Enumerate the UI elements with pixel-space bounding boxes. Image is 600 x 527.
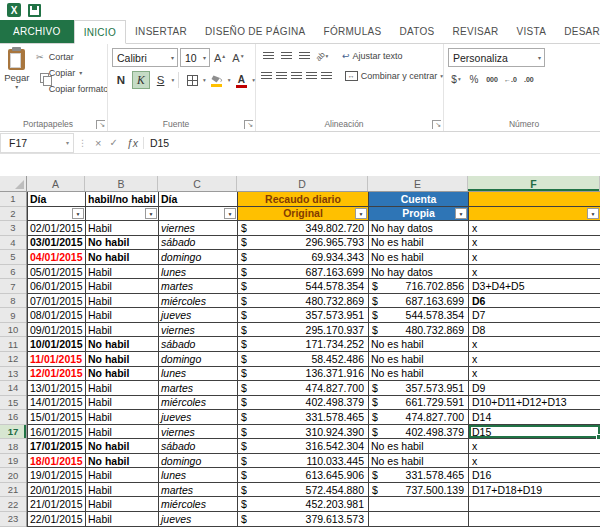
cell-A21[interactable]: 20/01/2015: [28, 483, 86, 498]
cell-A15[interactable]: 14/01/2015: [28, 396, 86, 411]
cell-D21[interactable]: $572.454.880: [238, 483, 369, 498]
cell-A17[interactable]: 16/01/2015: [28, 425, 86, 440]
increase-indent-button[interactable]: [320, 68, 333, 84]
row-header-19[interactable]: 19: [0, 454, 26, 469]
cell-B22[interactable]: Habil: [86, 497, 159, 512]
cell-D11[interactable]: $171.734.252: [238, 337, 369, 352]
cell-F15[interactable]: D10+D11+D12+D13: [469, 396, 600, 411]
cell-C17[interactable]: viernes: [159, 425, 238, 440]
percent-style-button[interactable]: %: [466, 71, 482, 87]
dialog-launcher-alineacion[interactable]: ↘: [432, 120, 441, 129]
cell-B5[interactable]: No habil: [86, 250, 159, 265]
row-header-14[interactable]: 14: [0, 381, 26, 396]
cell-F1[interactable]: [469, 192, 600, 207]
underline-button[interactable]: S: [152, 71, 170, 89]
cell-B2[interactable]: ▼: [86, 207, 159, 222]
cell-B10[interactable]: Habil: [86, 323, 159, 338]
name-box[interactable]: F17 ▾: [0, 133, 74, 153]
cell-D4[interactable]: $296.965.793: [238, 236, 369, 251]
cell-E13[interactable]: No es habil: [369, 367, 469, 382]
column-header-E[interactable]: E: [368, 176, 468, 191]
cell-E19[interactable]: No es habil: [369, 454, 469, 469]
cell-D10[interactable]: $295.170.937: [238, 323, 369, 338]
font-color-button[interactable]: A: [232, 71, 250, 89]
cell-E17[interactable]: $402.498.379: [369, 425, 469, 440]
cell-D9[interactable]: $357.573.951: [238, 308, 369, 323]
filter-button-D2[interactable]: ▼: [355, 208, 367, 219]
column-header-B[interactable]: B: [85, 176, 158, 191]
cell-B21[interactable]: Habil: [86, 483, 159, 498]
cell-E10[interactable]: $480.732.869: [369, 323, 469, 338]
cell-B18[interactable]: No habil: [86, 439, 159, 454]
cell-A11[interactable]: 10/01/2015: [28, 337, 86, 352]
cell-D12[interactable]: $58.452.486: [238, 352, 369, 367]
cell-E18[interactable]: No es habil: [369, 439, 469, 454]
cell-C2[interactable]: ▼: [159, 207, 238, 222]
cell-C6[interactable]: lunes: [159, 265, 238, 280]
row-header-9[interactable]: 9: [0, 308, 26, 323]
row-header-21[interactable]: 21: [0, 483, 26, 498]
fill-handle[interactable]: [596, 434, 600, 440]
cell-F13[interactable]: x: [469, 367, 600, 382]
cell-B6[interactable]: Habil: [86, 265, 159, 280]
tab-datos[interactable]: DATOS: [390, 20, 443, 43]
cell-A2[interactable]: ▼: [28, 207, 86, 222]
align-right-button[interactable]: [290, 68, 303, 84]
cell-A3[interactable]: 02/01/2015: [28, 221, 86, 236]
cell-A22[interactable]: 21/01/2015: [28, 497, 86, 512]
cell-A20[interactable]: 19/01/2015: [28, 468, 86, 483]
cell-E16[interactable]: $474.827.700: [369, 410, 469, 425]
borders-dropdown-icon[interactable]: ▾: [203, 77, 206, 83]
cell-D13[interactable]: $136.371.916: [238, 367, 369, 382]
orientation-button[interactable]: ab▾: [314, 48, 330, 64]
cell-C5[interactable]: domingo: [159, 250, 238, 265]
cell-D18[interactable]: $316.542.304: [238, 439, 369, 454]
formula-input[interactable]: D15: [144, 137, 600, 149]
cell-B16[interactable]: Habil: [86, 410, 159, 425]
cell-A6[interactable]: 05/01/2015: [28, 265, 86, 280]
row-header-7[interactable]: 7: [0, 279, 26, 294]
cell-F3[interactable]: x: [469, 221, 600, 236]
cell-C23[interactable]: jueves: [159, 512, 238, 527]
cell-D16[interactable]: $331.578.465: [238, 410, 369, 425]
row-header-18[interactable]: 18: [0, 439, 26, 454]
cell-D5[interactable]: $69.934.343: [238, 250, 369, 265]
cell-B7[interactable]: Habil: [86, 279, 159, 294]
cell-A23[interactable]: 22/01/2015: [28, 512, 86, 527]
cell-B8[interactable]: Habil: [86, 294, 159, 309]
cell-E15[interactable]: $661.729.591: [369, 396, 469, 411]
dialog-launcher-portapapeles[interactable]: ↘: [96, 120, 105, 129]
cell-A10[interactable]: 09/01/2015: [28, 323, 86, 338]
filter-button-B2[interactable]: ▼: [145, 208, 157, 219]
cell-E12[interactable]: No es habil: [369, 352, 469, 367]
cell-F19[interactable]: x: [469, 454, 600, 469]
cell-D23[interactable]: $379.613.573: [238, 512, 369, 527]
enter-button[interactable]: ✓: [105, 137, 121, 148]
row-header-4[interactable]: 4: [0, 236, 26, 251]
cell-F18[interactable]: x: [469, 439, 600, 454]
cell-A9[interactable]: 08/01/2015: [28, 308, 86, 323]
column-header-D[interactable]: D: [237, 176, 368, 191]
cell-C10[interactable]: viernes: [159, 323, 238, 338]
cell-B4[interactable]: No habil: [86, 236, 159, 251]
cell-F20[interactable]: D16: [469, 468, 600, 483]
row-header-3[interactable]: 3: [0, 221, 26, 236]
tab-archivo[interactable]: ARCHIVO: [0, 20, 74, 43]
cell-C16[interactable]: jueves: [159, 410, 238, 425]
row-header-23[interactable]: 23: [0, 512, 26, 527]
cell-F23[interactable]: [469, 512, 600, 527]
cell-D14[interactable]: $474.827.700: [238, 381, 369, 396]
row-header-20[interactable]: 20: [0, 468, 26, 483]
cell-A8[interactable]: 07/01/2015: [28, 294, 86, 309]
align-top-button[interactable]: [260, 48, 276, 64]
row-header-13[interactable]: 13: [0, 367, 26, 382]
tab-inicio[interactable]: INICIO: [74, 20, 126, 44]
cell-B1[interactable]: habil/no habil: [86, 192, 159, 207]
row-header-10[interactable]: 10: [0, 323, 26, 338]
cell-B3[interactable]: Habil: [86, 221, 159, 236]
cell-A14[interactable]: 13/01/2015: [28, 381, 86, 396]
merge-center-button[interactable]: ↔ Combinar y centrar ▾: [345, 71, 443, 81]
cell-B20[interactable]: Habil: [86, 468, 159, 483]
column-header-C[interactable]: C: [158, 176, 237, 191]
save-icon[interactable]: [28, 4, 41, 17]
